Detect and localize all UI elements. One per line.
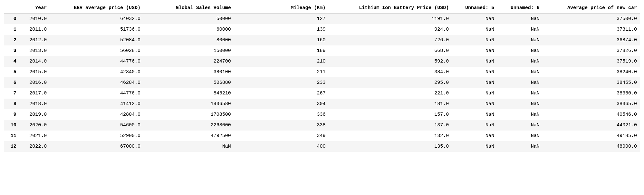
- table-row: 7 2017.0 44776.0 846210 267 221.0 NaN Na…: [4, 88, 640, 99]
- cell: 592.0: [329, 56, 452, 67]
- cell: NaN: [452, 67, 497, 77]
- cell: 1708500: [144, 109, 276, 120]
- cell: NaN: [452, 99, 497, 109]
- cell: 48000.0: [543, 141, 640, 152]
- cell: 42340.0: [50, 67, 144, 77]
- cell-index: 8: [4, 99, 20, 109]
- col-unnamed-5: Unnamed: 5: [452, 3, 497, 14]
- cell: 52084.0: [50, 35, 144, 45]
- table-row: 1 2011.0 51736.0 60000 139 924.0 NaN NaN…: [4, 24, 640, 35]
- cell: 52900.0: [50, 131, 144, 141]
- table-body: 0 2010.0 64032.0 50000 127 1191.0 NaN Na…: [4, 14, 640, 152]
- cell: 80000: [144, 35, 276, 45]
- cell: 54600.0: [50, 120, 144, 131]
- cell: NaN: [497, 99, 543, 109]
- cell: NaN: [497, 67, 543, 77]
- col-index: [4, 3, 20, 14]
- cell: 51736.0: [50, 24, 144, 35]
- cell: 2017.0: [20, 88, 50, 99]
- cell: 37519.0: [543, 56, 640, 67]
- table-row: 2 2012.0 52084.0 80000 160 726.0 NaN NaN…: [4, 35, 640, 45]
- cell: 40546.0: [543, 109, 640, 120]
- cell-index: 11: [4, 131, 20, 141]
- cell-index: 5: [4, 67, 20, 77]
- cell-index: 6: [4, 77, 20, 88]
- cell: NaN: [497, 45, 543, 56]
- cell: 44776.0: [50, 56, 144, 67]
- cell: 49185.0: [543, 131, 640, 141]
- cell: 924.0: [329, 24, 452, 35]
- cell: 2268000: [144, 120, 276, 131]
- col-mileage: Mileage (Km): [276, 3, 329, 14]
- cell: NaN: [452, 77, 497, 88]
- cell: NaN: [452, 88, 497, 99]
- col-battery-price: Lithium Ion Battery Price (USD): [329, 3, 452, 14]
- cell: 4792500: [144, 131, 276, 141]
- cell: 64032.0: [50, 14, 144, 24]
- cell: 2012.0: [20, 35, 50, 45]
- table-row: 8 2018.0 41412.0 1436580 304 181.0 NaN N…: [4, 99, 640, 109]
- cell: 37826.0: [543, 45, 640, 56]
- table-row: 5 2015.0 42340.0 380100 211 384.0 NaN Na…: [4, 67, 640, 77]
- cell: NaN: [497, 131, 543, 141]
- cell: NaN: [144, 141, 276, 152]
- cell: 384.0: [329, 67, 452, 77]
- cell: 400: [276, 141, 329, 152]
- cell: NaN: [497, 24, 543, 35]
- cell: 38240.0: [543, 67, 640, 77]
- cell: 132.0: [329, 131, 452, 141]
- cell: NaN: [452, 141, 497, 152]
- cell-index: 2: [4, 35, 20, 45]
- col-new-car-price: Average price of new car: [543, 3, 640, 14]
- col-bev-price: BEV average price (USD): [50, 3, 144, 14]
- cell: NaN: [452, 109, 497, 120]
- cell: 56028.0: [50, 45, 144, 56]
- table-row: 0 2010.0 64032.0 50000 127 1191.0 NaN Na…: [4, 14, 640, 24]
- cell: 50000: [144, 14, 276, 24]
- cell: 267: [276, 88, 329, 99]
- cell: 189: [276, 45, 329, 56]
- cell: 2016.0: [20, 77, 50, 88]
- cell: 2021.0: [20, 131, 50, 141]
- cell: 380100: [144, 67, 276, 77]
- cell: 139: [276, 24, 329, 35]
- cell: 160: [276, 35, 329, 45]
- cell: 137.0: [329, 120, 452, 131]
- cell: 2015.0: [20, 67, 50, 77]
- cell: 38365.0: [543, 99, 640, 109]
- cell: 211: [276, 67, 329, 77]
- cell: 67000.0: [50, 141, 144, 152]
- cell: 336: [276, 109, 329, 120]
- cell-index: 3: [4, 45, 20, 56]
- cell: 221.0: [329, 88, 452, 99]
- cell: NaN: [497, 14, 543, 24]
- cell: 135.0: [329, 141, 452, 152]
- cell: 224700: [144, 56, 276, 67]
- table-row: 6 2016.0 46284.0 506880 233 295.0 NaN Na…: [4, 77, 640, 88]
- cell: 338: [276, 120, 329, 131]
- cell: 506880: [144, 77, 276, 88]
- col-year: Year: [20, 3, 50, 14]
- cell: 42804.0: [50, 109, 144, 120]
- cell: 2010.0: [20, 14, 50, 24]
- cell: 60000: [144, 24, 276, 35]
- table-row: 12 2022.0 67000.0 NaN 400 135.0 NaN NaN …: [4, 141, 640, 152]
- cell: 38350.0: [543, 88, 640, 99]
- cell: 127: [276, 14, 329, 24]
- cell: NaN: [497, 35, 543, 45]
- cell: 37311.0: [543, 24, 640, 35]
- cell: NaN: [452, 45, 497, 56]
- cell: NaN: [452, 56, 497, 67]
- cell: 44021.0: [543, 120, 640, 131]
- cell: 210: [276, 56, 329, 67]
- table-row: 10 2020.0 54600.0 2268000 338 137.0 NaN …: [4, 120, 640, 131]
- cell: 1191.0: [329, 14, 452, 24]
- cell: NaN: [452, 35, 497, 45]
- cell: NaN: [452, 120, 497, 131]
- cell-index: 9: [4, 109, 20, 120]
- cell: 304: [276, 99, 329, 109]
- cell: 295.0: [329, 77, 452, 88]
- cell: 46284.0: [50, 77, 144, 88]
- cell: 2022.0: [20, 141, 50, 152]
- col-sales-volume: Global Sales Volume: [144, 3, 276, 14]
